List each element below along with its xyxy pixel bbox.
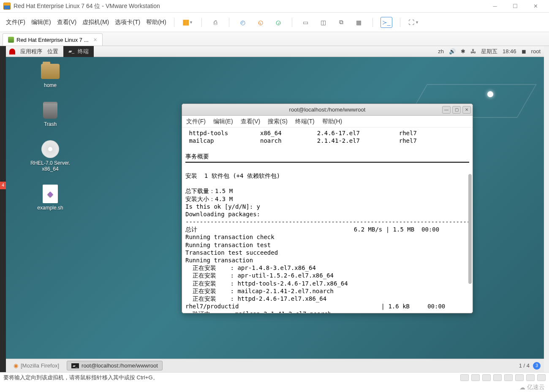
close-button[interactable]: ✕ [530,2,541,11]
task-firefox[interactable]: ◉ [Mozilla Firefox] [9,361,63,370]
out-line: httpd-tools x86_64 2.4.6-17.el7 rhel7 [185,130,417,136]
separator [201,18,202,27]
send-ctrl-alt-del-icon[interactable]: ⎙ [209,17,221,28]
applications-menu[interactable]: 应用程序 [20,48,42,55]
out-line: Running transaction [185,257,253,264]
pause-button[interactable]: ▮▮▼ [182,17,194,28]
device-net-icon[interactable] [482,374,491,381]
scrollbar[interactable] [468,174,472,284]
network-icon[interactable]: 🖧 [470,48,476,54]
task-terminal[interactable]: ▰_ root@localhost:/home/wwwroot [67,361,163,370]
tmenu-file[interactable]: 文件(F) [186,118,206,125]
tmenu-help[interactable]: 帮助(H) [322,118,342,125]
view-thumbnail-icon[interactable]: ▦ [353,17,365,28]
clock-day[interactable]: 星期五 [481,48,497,55]
snapshot-revert-icon[interactable]: ◵ [255,17,266,28]
separator [292,18,292,27]
vmware-tabbar: Red Hat Enterprise Linux 7 ... × [0,32,549,46]
task-label: root@localhost:/home/wwwroot [82,362,158,369]
fullscreen-icon[interactable]: ⛶▼ [408,17,420,28]
device-printer-icon[interactable] [515,374,524,381]
trash-icon [43,102,57,119]
out-line: mailcap noarch 2.1.41-2.el7 rhel7 [185,137,417,144]
disc-icon [41,140,59,158]
tmenu-view[interactable]: 查看(V) [241,118,261,125]
out-line: Downloading packages: [185,211,260,218]
bluetooth-icon[interactable]: ✱ [461,48,465,54]
tmenu-search[interactable]: 搜索(S) [268,118,288,125]
user-label[interactable]: root [531,48,541,54]
menu-file[interactable]: 文件(F) [6,19,25,26]
terminal-titlebar[interactable]: root@localhost:/home/wwwroot ― ▢ ✕ [182,104,473,116]
view-split-icon[interactable]: ◫ [318,17,329,28]
separator [400,18,400,27]
icon-label: Trash [44,121,57,127]
icon-label: example.sh [37,205,63,211]
out-line: rhel7/productid | 1.6 kB 00:00 [185,303,445,310]
menu-view[interactable]: 查看(V) [57,19,77,26]
script-file[interactable]: ◆ example.sh [29,185,71,211]
device-usb-icon[interactable] [493,374,502,381]
out-line: Is this ok [y/d/N]: y [185,203,260,210]
term-close-button[interactable]: ✕ [462,106,471,114]
terminal-icon: ▰_ [68,49,74,54]
clock-time[interactable]: 18:46 [503,48,516,54]
notification-badge[interactable]: 3 [533,362,541,370]
vmware-window-title: Red Hat Enterprise Linux 7 64 位 - VMware… [14,3,489,10]
cd-drive[interactable]: RHEL-7.0 Server. x86_64 [29,141,71,172]
vmware-statusbar: 要将输入定向到该虚拟机，请将鼠标指针移入其中或按 Ctrl+G。 [0,372,549,383]
input-method[interactable]: zh [438,48,444,54]
folder-icon [41,64,60,79]
menu-edit[interactable]: 编辑(E) [31,19,51,26]
console-view-icon[interactable]: ≻_ [380,17,392,28]
vmware-icon [3,3,11,10]
trash[interactable]: Trash [29,102,71,127]
gnome-topbar: 应用程序 位置 ▰_ 终端 zh 🔊 ✱ 🖧 星期五 18:46 ◼ root [6,46,544,57]
minimize-button[interactable]: ─ [489,2,501,11]
tmenu-edit[interactable]: 编辑(E) [213,118,233,125]
menu-help[interactable]: 帮助(H) [146,19,166,26]
active-app-label: 终端 [78,48,89,55]
cloud-icon: ☁ [519,384,525,391]
device-display-icon[interactable] [526,374,535,381]
tab-close-icon[interactable]: × [94,36,97,43]
terminal-output[interactable]: httpd-tools x86_64 2.4.6-17.el7 rhel7 ma… [182,128,473,313]
device-misc-icon[interactable] [537,374,546,381]
snapshot-manage-icon[interactable]: ◶ [272,17,284,28]
tmenu-terminal[interactable]: 终端(T) [295,118,315,125]
view-single-icon[interactable]: ▭ [300,17,312,28]
device-sound-icon[interactable] [504,374,513,381]
vm-tab-label: Red Hat Enterprise Linux 7 ... [16,37,89,43]
maximize-button[interactable]: ☐ [509,2,521,11]
terminal-title: root@localhost:/home/wwwroot [289,106,366,113]
view-unity-icon[interactable]: ⧉ [335,17,347,28]
active-app-pill[interactable]: ▰_ 终端 [63,46,94,57]
out-line: 正在安装 : apr-1.4.8-3.el7.x86_64 [185,264,316,271]
desktop-icons: home Trash RHEL-7.0 Server. x86_64 ◆ exa… [29,63,71,211]
terminal-icon: ▰_ [71,363,79,368]
guest-display[interactable]: 应用程序 位置 ▰_ 终端 zh 🔊 ✱ 🖧 星期五 18:46 ◼ root … [6,46,544,372]
vmware-menubar: 文件(F) 编辑(E) 查看(V) 虚拟机(M) 选项卡(T) 帮助(H) ▮▮… [0,13,549,32]
places-menu[interactable]: 位置 [47,48,58,55]
power-icon[interactable]: ◼ [522,48,526,54]
device-cd-icon[interactable] [471,374,480,381]
term-minimize-button[interactable]: ― [442,106,451,114]
out-line: Transaction test succeeded [185,249,278,256]
volume-icon[interactable]: 🔊 [449,48,456,54]
term-maximize-button[interactable]: ▢ [452,106,461,114]
terminal-window[interactable]: root@localhost:/home/wwwroot ― ▢ ✕ 文件(F)… [182,103,473,313]
separator [372,18,373,27]
snapshot-take-icon[interactable]: ◴ [237,17,249,28]
out-line: 总下载量：1.5 M [185,188,233,194]
vm-tab[interactable]: Red Hat Enterprise Linux 7 ... × [3,33,103,46]
task-label: [Mozilla Firefox] [21,362,59,369]
home-folder[interactable]: home [29,63,71,88]
device-icons [460,374,546,381]
status-text: 要将输入定向到该虚拟机，请将鼠标指针移入其中或按 Ctrl+G。 [3,374,158,381]
menu-vm[interactable]: 虚拟机(M) [82,19,109,26]
device-hdd-icon[interactable] [460,374,469,381]
out-line: 总计 6.2 MB/s | 1.5 MB 00:00 [185,226,439,233]
menu-tabs[interactable]: 选项卡(T) [115,19,140,26]
workspace-indicator[interactable]: 1 / 4 [519,362,530,369]
out-line: Running transaction test [185,242,271,248]
